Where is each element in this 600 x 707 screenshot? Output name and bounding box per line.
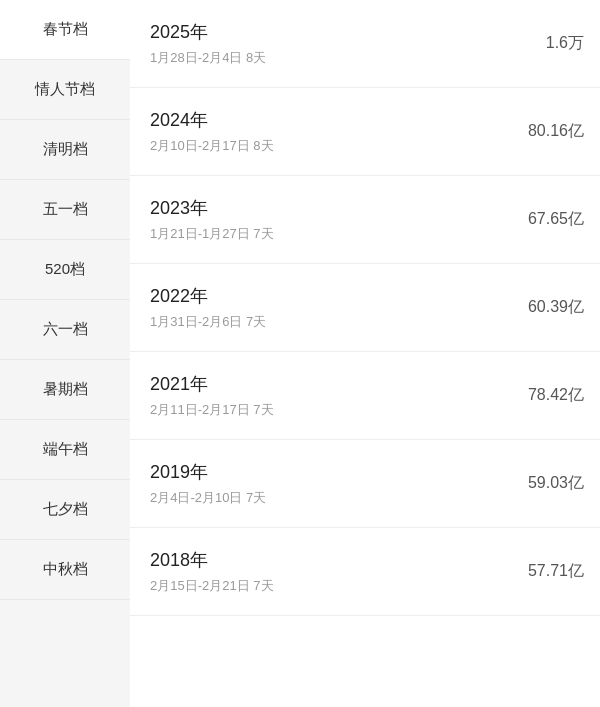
entry-row-6: 2018年2月15日-2月21日 7天57.71亿 [130, 528, 600, 616]
sidebar-item-3[interactable]: 五一档 [0, 180, 130, 240]
entry-left-3: 2022年1月31日-2月6日 7天 [150, 284, 512, 331]
entry-year-6: 2018年 [150, 548, 512, 572]
entry-row-2: 2023年1月21日-1月27日 7天67.65亿 [130, 176, 600, 264]
entry-row-3: 2022年1月31日-2月6日 7天60.39亿 [130, 264, 600, 352]
entry-amount-4: 78.42亿 [528, 385, 584, 406]
entry-date-6: 2月15日-2月21日 7天 [150, 577, 512, 595]
entry-left-2: 2023年1月21日-1月27日 7天 [150, 196, 512, 243]
entry-left-4: 2021年2月11日-2月17日 7天 [150, 372, 512, 419]
entry-year-1: 2024年 [150, 108, 512, 132]
entry-date-4: 2月11日-2月17日 7天 [150, 401, 512, 419]
entry-amount-3: 60.39亿 [528, 297, 584, 318]
entry-left-1: 2024年2月10日-2月17日 8天 [150, 108, 512, 155]
entry-year-3: 2022年 [150, 284, 512, 308]
entry-row-1: 2024年2月10日-2月17日 8天80.16亿 [130, 88, 600, 176]
entry-date-5: 2月4日-2月10日 7天 [150, 489, 512, 507]
sidebar-item-2[interactable]: 清明档 [0, 120, 130, 180]
entry-amount-6: 57.71亿 [528, 561, 584, 582]
entry-date-2: 1月21日-1月27日 7天 [150, 225, 512, 243]
sidebar-item-9[interactable]: 中秋档 [0, 540, 130, 600]
entry-year-2: 2023年 [150, 196, 512, 220]
entry-left-5: 2019年2月4日-2月10日 7天 [150, 460, 512, 507]
entry-date-0: 1月28日-2月4日 8天 [150, 49, 530, 67]
sidebar-item-4[interactable]: 520档 [0, 240, 130, 300]
entry-amount-2: 67.65亿 [528, 209, 584, 230]
entry-row-5: 2019年2月4日-2月10日 7天59.03亿 [130, 440, 600, 528]
entry-row-0: 2025年1月28日-2月4日 8天1.6万 [130, 0, 600, 88]
sidebar-item-5[interactable]: 六一档 [0, 300, 130, 360]
sidebar-item-6[interactable]: 暑期档 [0, 360, 130, 420]
entry-year-4: 2021年 [150, 372, 512, 396]
entry-year-0: 2025年 [150, 20, 530, 44]
sidebar-item-7[interactable]: 端午档 [0, 420, 130, 480]
sidebar-item-1[interactable]: 情人节档 [0, 60, 130, 120]
entry-row-4: 2021年2月11日-2月17日 7天78.42亿 [130, 352, 600, 440]
entry-date-1: 2月10日-2月17日 8天 [150, 137, 512, 155]
entry-amount-1: 80.16亿 [528, 121, 584, 142]
entry-amount-5: 59.03亿 [528, 473, 584, 494]
entry-date-3: 1月31日-2月6日 7天 [150, 313, 512, 331]
sidebar: 春节档情人节档清明档五一档520档六一档暑期档端午档七夕档中秋档 [0, 0, 130, 707]
entry-amount-0: 1.6万 [546, 33, 584, 54]
entry-left-6: 2018年2月15日-2月21日 7天 [150, 548, 512, 595]
main-content: 2025年1月28日-2月4日 8天1.6万2024年2月10日-2月17日 8… [130, 0, 600, 707]
sidebar-item-8[interactable]: 七夕档 [0, 480, 130, 540]
sidebar-item-0[interactable]: 春节档 [0, 0, 130, 60]
entry-year-5: 2019年 [150, 460, 512, 484]
entry-left-0: 2025年1月28日-2月4日 8天 [150, 20, 530, 67]
